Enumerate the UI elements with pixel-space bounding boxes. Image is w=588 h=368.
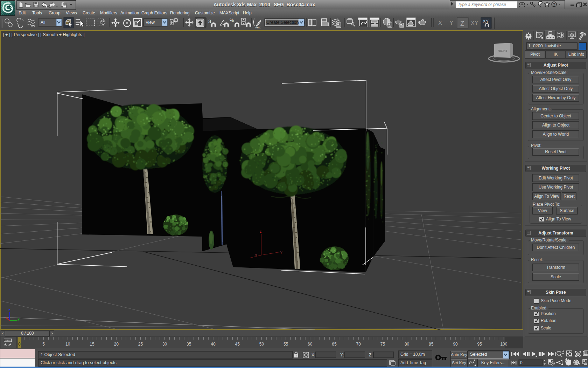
svg-text:25: 25 (138, 342, 143, 347)
svg-text:ABC: ABC (255, 26, 261, 29)
svg-text:70: 70 (356, 342, 361, 347)
svg-text:80: 80 (405, 342, 410, 347)
svg-text:5: 5 (42, 342, 45, 347)
svg-text:y: y (280, 250, 282, 254)
svg-text:45: 45 (235, 342, 240, 347)
svg-text:100: 100 (500, 342, 507, 347)
svg-text:85: 85 (429, 342, 434, 347)
svg-text:90: 90 (453, 342, 458, 347)
svg-text:75: 75 (380, 342, 385, 347)
svg-text:Z: Z (460, 20, 464, 27)
svg-text:View: View (146, 20, 155, 25)
svg-text:x: x (255, 253, 257, 257)
svg-text:0: 0 (18, 342, 21, 347)
svg-text:35: 35 (187, 342, 191, 347)
svg-text:z: z (8, 308, 10, 312)
svg-text:0: 0 (520, 360, 523, 365)
svg-text:z: z (260, 229, 262, 233)
svg-text:3: 3 (208, 18, 211, 24)
svg-text:X: X (438, 20, 442, 26)
svg-text:%: % (230, 18, 234, 23)
svg-text:RIGHT: RIGHT (498, 49, 508, 53)
svg-text:[ + ] [ Perspective ] [ Smooth: [ + ] [ Perspective ] [ Smooth + Highlig… (3, 32, 84, 37)
svg-text:40: 40 (211, 342, 216, 347)
svg-text:60: 60 (308, 342, 313, 347)
svg-text:30: 30 (162, 342, 167, 347)
svg-text:20: 20 (114, 342, 119, 347)
svg-text:y: y (18, 316, 20, 321)
svg-text:XY: XY (471, 20, 478, 26)
svg-text:50: 50 (259, 342, 264, 347)
svg-text:55: 55 (284, 342, 288, 347)
svg-text:10: 10 (65, 342, 70, 347)
svg-text:95: 95 (477, 342, 482, 347)
svg-text:?: ? (553, 2, 555, 6)
svg-text:65: 65 (332, 342, 337, 347)
svg-text:All: All (41, 20, 45, 25)
svg-text:15: 15 (90, 342, 94, 347)
svg-text:Y: Y (449, 20, 453, 26)
svg-text:XY: XY (483, 19, 489, 24)
